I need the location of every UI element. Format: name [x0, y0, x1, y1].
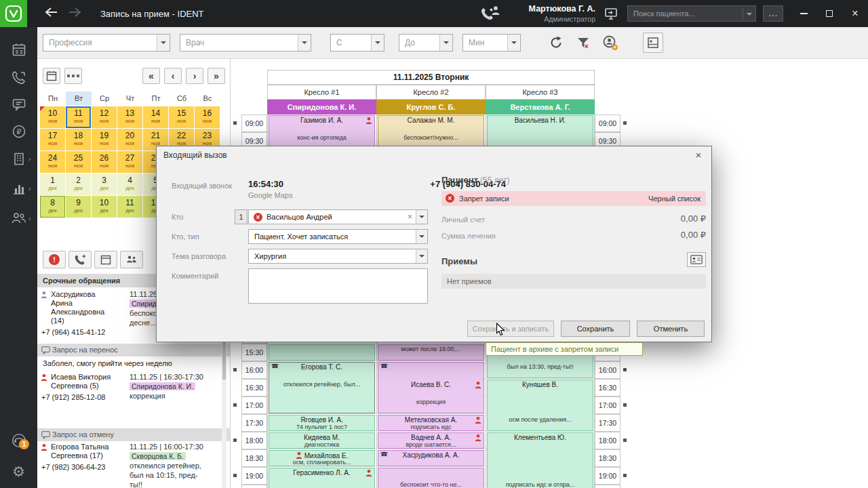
who-type-combo[interactable]: Пациент. Хочет записаться	[248, 229, 428, 244]
calendar-day-cell[interactable]: 26ноя	[92, 151, 117, 173]
sidebar-item-calls[interactable]	[0, 65, 37, 89]
profession-combo[interactable]: Профессия	[43, 34, 170, 52]
sidebar-item-organization[interactable]: ›	[0, 146, 37, 171]
appointment-cell[interactable]: Метелковская А.подписать идс	[378, 415, 484, 431]
calendar-day-cell[interactable]: 27ноя	[117, 151, 142, 173]
transfer-requests-button[interactable]	[94, 251, 117, 268]
calendar-last-button[interactable]: »	[208, 68, 225, 84]
chevron-down-icon[interactable]	[157, 35, 170, 51]
save-button[interactable]: Сохранить	[561, 321, 630, 337]
calendar-day-cell[interactable]: 15ноя	[169, 106, 194, 128]
calendar-day-cell[interactable]: 16ноя	[195, 106, 220, 128]
calendar-day-cell[interactable]: 18ноя	[66, 129, 91, 150]
chevron-down-icon[interactable]	[507, 35, 520, 51]
chevron-down-icon[interactable]	[298, 35, 311, 51]
forward-button[interactable]	[66, 7, 84, 20]
chevron-down-icon[interactable]	[416, 230, 427, 243]
cabinet-view-button[interactable]	[643, 33, 663, 53]
calendar-day-cell[interactable]: 9дек	[66, 196, 91, 218]
sidebar-item-support[interactable]	[0, 428, 37, 453]
appointment-cell[interactable]: Михайлова Е.осм, спланировать...	[269, 450, 375, 466]
minimize-button[interactable]	[791, 0, 816, 27]
current-user[interactable]: Мартюкова Г. А. Администратор	[503, 4, 595, 23]
appointment-cell[interactable]: может после 16:00,...	[378, 344, 484, 361]
doctor-header[interactable]: Верстакова А. Г.	[486, 100, 595, 115]
calendar-next-button[interactable]: ›	[186, 68, 203, 84]
time-to-combo[interactable]: До	[399, 34, 453, 52]
chevron-down-icon[interactable]	[439, 35, 452, 51]
urgent-request-item[interactable]: Егорова ТатьянаСергеевна (17)+7 (982) 30…	[37, 441, 220, 488]
calendar-day-cell[interactable]: 4дек	[117, 174, 142, 195]
sidebar-item-contacts[interactable]: ›	[0, 206, 37, 230]
appointment-cell[interactable]: Васильева Н. И.	[487, 115, 593, 149]
who-combo[interactable]: × Васильцов Андрей ×	[248, 209, 428, 224]
appointment-cell[interactable]	[269, 344, 375, 361]
appointment-cell[interactable]: Яговцев И. А.74 пульпит 1 пос?	[269, 415, 375, 431]
sidebar-item-messages[interactable]	[0, 92, 37, 117]
calendar-day-cell[interactable]: 17ноя	[40, 129, 65, 150]
calendar-mode-button[interactable]	[43, 68, 60, 84]
appointment-cell[interactable]: ☎Исаева В. С.коррекция	[378, 362, 484, 413]
appointment-cell[interactable]: Клементьева Ю.подписать идс и отпра...	[487, 432, 593, 488]
calendar-day-cell[interactable]: 2дек	[66, 174, 91, 195]
search-chevron-icon[interactable]	[743, 6, 755, 21]
sidebar-item-payments[interactable]: ₽	[0, 119, 37, 144]
patient-search-input[interactable]: Поиск пациента...	[627, 5, 756, 22]
calendar-day-cell[interactable]: 11ноя	[66, 106, 91, 128]
shift-change-button[interactable]	[604, 6, 618, 22]
calendar-day-cell[interactable]: 1дек	[40, 174, 65, 195]
save-and-book-button[interactable]: Сохранить и записать	[467, 321, 554, 337]
patients-requests-button[interactable]	[120, 251, 143, 268]
cancel-button[interactable]: Отменить	[637, 321, 705, 337]
calendar-day-cell[interactable]: 10дек	[92, 196, 117, 218]
call-requests-button[interactable]	[68, 251, 92, 268]
comment-textarea[interactable]	[248, 268, 428, 304]
appointment-cell[interactable]: ☎Хасрудикова А. А.	[378, 450, 484, 466]
appointment-cell[interactable]: Кидяева М.диагностика	[269, 432, 375, 449]
urgent-requests-button[interactable]: !	[43, 251, 66, 268]
search-more-button[interactable]: …	[763, 5, 783, 22]
calendar-day-cell[interactable]: 10ноя	[40, 106, 65, 128]
calendar-day-cell[interactable]: 24ноя	[40, 151, 65, 173]
appointment-cell[interactable]: беспокоит что-то не...	[378, 468, 484, 488]
duration-combo[interactable]: Мин	[462, 34, 521, 52]
calendar-day-cell[interactable]: 11дек	[117, 196, 142, 218]
find-patient-button[interactable]: +	[600, 33, 620, 53]
appointment-cell[interactable]: Салажан М. М.беспокоит!!нужно...	[378, 115, 484, 149]
calendar-day-cell[interactable]: 12ноя	[92, 106, 117, 128]
doctor-header[interactable]: Спиридонова К. И.	[267, 100, 376, 115]
calendar-prev-button[interactable]: ‹	[164, 68, 182, 84]
appointment-cell[interactable]: Герасименко Л. А.конс-я, ...УТОЧНИТЬ	[269, 468, 375, 488]
time-from-combo[interactable]: С	[330, 34, 384, 52]
sidebar-item-appointments[interactable]	[0, 38, 37, 62]
sidebar-item-settings[interactable]: ⚙	[0, 460, 37, 484]
patient-card-button[interactable]	[687, 252, 706, 267]
back-button[interactable]	[42, 7, 60, 20]
topic-combo[interactable]: Хирургия	[248, 249, 428, 264]
calendar-day-cell[interactable]: 25ноя	[66, 151, 91, 173]
doctor-header[interactable]: Круглов С. Б.	[376, 100, 486, 115]
urgent-request-item[interactable]: Исаева ВикторияСергеевна (5)+7 (912) 285…	[37, 371, 220, 428]
appointment-cell[interactable]: ☎Егорова Т. С.отклеился ретейнер, был...	[269, 362, 375, 413]
chevron-down-icon[interactable]	[416, 249, 427, 263]
doctor-combo[interactable]: Врач	[180, 34, 311, 52]
close-button[interactable]: ×	[842, 0, 868, 27]
refresh-button[interactable]	[546, 33, 566, 53]
calendar-day-cell[interactable]: 14ноя	[143, 106, 168, 128]
calendar-day-cell[interactable]: 19ноя	[92, 129, 117, 150]
clear-icon[interactable]: ×	[408, 210, 412, 224]
appointment-cell[interactable]: Ваднев А. А.вроде шатается...	[378, 432, 484, 449]
weeks-mode-button[interactable]	[64, 68, 82, 84]
appointment-cell[interactable]: Куняшев В.осм после удаления...	[487, 380, 593, 431]
calendar-day-cell[interactable]: 20ноя	[117, 129, 142, 150]
calendar-day-cell[interactable]: 13ноя	[117, 106, 142, 128]
clear-filter-button[interactable]: ×	[573, 33, 593, 53]
maximize-button[interactable]	[816, 0, 842, 27]
chevron-down-icon[interactable]	[416, 210, 427, 224]
calendar-first-button[interactable]: «	[142, 68, 160, 84]
dialog-close-button[interactable]: ×	[691, 149, 706, 163]
sidebar-item-reports[interactable]: ›	[0, 176, 37, 201]
chevron-down-icon[interactable]	[371, 35, 384, 51]
calendar-day-cell[interactable]: 3дек	[92, 174, 117, 195]
calendar-day-cell[interactable]: 8дек	[40, 196, 65, 218]
